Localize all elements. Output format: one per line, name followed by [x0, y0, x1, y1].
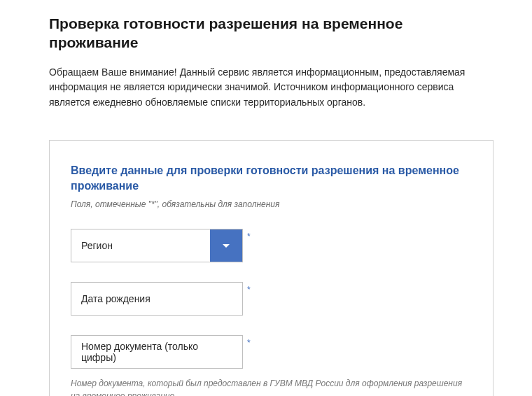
dob-required-marker: *	[247, 285, 251, 295]
region-required-marker: *	[247, 232, 251, 241]
intro-paragraph: Обращаем Ваше внимание! Данный сервис яв…	[49, 65, 493, 111]
docnum-placeholder: Номер документа (только цифры)	[81, 341, 232, 363]
docnum-input[interactable]: Номер документа (только цифры)	[71, 335, 243, 369]
region-select-placeholder: Регион	[71, 229, 210, 262]
required-fields-note: Поля, отмеченные "*", обязательны для за…	[71, 199, 472, 209]
dob-input[interactable]: Дата рождения	[71, 282, 243, 316]
region-select-toggle[interactable]	[210, 229, 242, 262]
docnum-required-marker: *	[247, 338, 251, 348]
chevron-down-icon	[223, 244, 230, 248]
page-title: Проверка готовности разрешения на времен…	[49, 14, 493, 52]
docnum-hint: Номер документа, который был предоставле…	[71, 377, 472, 396]
docnum-field-row: Номер документа (только цифры) *	[71, 335, 472, 369]
region-field-row: Регион *	[71, 229, 472, 262]
dob-field-row: Дата рождения *	[71, 282, 472, 316]
dob-placeholder: Дата рождения	[81, 293, 150, 304]
region-select[interactable]: Регион	[71, 229, 243, 262]
form-container: Введите данные для проверки готовности р…	[49, 140, 493, 396]
form-heading: Введите данные для проверки готовности р…	[71, 163, 472, 195]
